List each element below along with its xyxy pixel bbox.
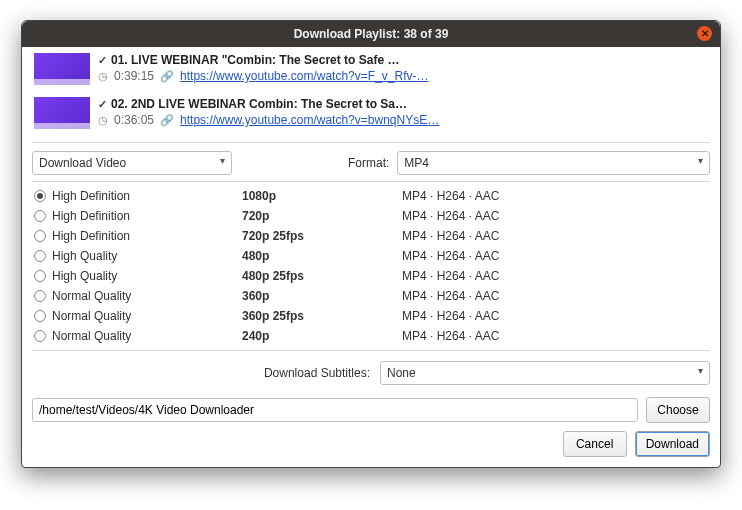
- radio-icon: [34, 270, 46, 282]
- quality-resolution: 360p 25fps: [242, 309, 402, 323]
- divider: [32, 142, 710, 143]
- subtitles-label: Download Subtitles:: [32, 366, 372, 380]
- download-button[interactable]: Download: [635, 431, 710, 457]
- format-dropdown[interactable]: MP4: [397, 151, 710, 175]
- video-meta: ✓02. 2ND LIVE WEBINAR Combin: The Secret…: [98, 97, 708, 129]
- quality-codec: MP4 · H264 · AAC: [402, 189, 708, 203]
- quality-resolution: 360p: [242, 289, 402, 303]
- subtitles-dropdown[interactable]: None: [380, 361, 710, 385]
- window-close-button[interactable]: ✕: [697, 26, 712, 41]
- top-controls-row: Download Video Format: MP4: [32, 151, 710, 175]
- subtitles-row: Download Subtitles: None: [32, 361, 710, 385]
- playlist-item[interactable]: ✓02. 2ND LIVE WEBINAR Combin: The Secret…: [32, 91, 710, 135]
- quality-tier: High Definition: [52, 189, 242, 203]
- quality-codec: MP4 · H264 · AAC: [402, 269, 708, 283]
- quality-option[interactable]: Normal Quality360pMP4 · H264 · AAC: [32, 286, 710, 306]
- close-icon: ✕: [701, 29, 709, 39]
- video-title: 02. 2ND LIVE WEBINAR Combin: The Secret …: [111, 97, 407, 111]
- quality-option[interactable]: High Quality480p 25fpsMP4 · H264 · AAC: [32, 266, 710, 286]
- quality-option[interactable]: High Definition720pMP4 · H264 · AAC: [32, 206, 710, 226]
- video-title: 01. LIVE WEBINAR "Combin: The Secret to …: [111, 53, 399, 67]
- quality-codec: MP4 · H264 · AAC: [402, 289, 708, 303]
- save-path-input[interactable]: [32, 398, 638, 422]
- radio-icon: [34, 290, 46, 302]
- clock-icon: ◷: [98, 70, 108, 83]
- radio-icon: [34, 330, 46, 342]
- quality-resolution: 720p 25fps: [242, 229, 402, 243]
- link-icon: 🔗: [160, 114, 174, 127]
- radio-icon: [34, 250, 46, 262]
- playlist-list: ✓01. LIVE WEBINAR "Combin: The Secret to…: [32, 47, 710, 136]
- quality-codec: MP4 · H264 · AAC: [402, 229, 708, 243]
- quality-codec: MP4 · H264 · AAC: [402, 329, 708, 343]
- quality-codec: MP4 · H264 · AAC: [402, 309, 708, 323]
- dialog-window: Download Playlist: 38 of 39 ✕ ✓01. LIVE …: [21, 20, 721, 468]
- radio-icon: [34, 210, 46, 222]
- checkmark-icon: ✓: [98, 54, 107, 67]
- quality-codec: MP4 · H264 · AAC: [402, 249, 708, 263]
- video-meta: ✓01. LIVE WEBINAR "Combin: The Secret to…: [98, 53, 708, 85]
- action-dropdown-value: Download Video: [39, 156, 126, 170]
- quality-tier: Normal Quality: [52, 309, 242, 323]
- save-path-row: Choose: [32, 397, 710, 423]
- quality-option[interactable]: High Definition1080pMP4 · H264 · AAC: [32, 186, 710, 206]
- quality-tier: High Quality: [52, 269, 242, 283]
- link-icon: 🔗: [160, 70, 174, 83]
- quality-tier: High Definition: [52, 209, 242, 223]
- choose-folder-button[interactable]: Choose: [646, 397, 710, 423]
- quality-resolution: 240p: [242, 329, 402, 343]
- dialog-actions: Cancel Download: [32, 431, 710, 457]
- quality-tier: High Quality: [52, 249, 242, 263]
- quality-tier: Normal Quality: [52, 289, 242, 303]
- video-thumbnail: [34, 53, 90, 85]
- playlist-item[interactable]: ✓01. LIVE WEBINAR "Combin: The Secret to…: [32, 47, 710, 91]
- quality-resolution: 480p 25fps: [242, 269, 402, 283]
- video-url-link[interactable]: https://www.youtube.com/watch?v=bwnqNYsE…: [180, 113, 439, 127]
- video-url-link[interactable]: https://www.youtube.com/watch?v=F_v_Rfv-…: [180, 69, 428, 83]
- content-area: ✓01. LIVE WEBINAR "Combin: The Secret to…: [22, 47, 720, 467]
- quality-option[interactable]: High Quality480pMP4 · H264 · AAC: [32, 246, 710, 266]
- quality-resolution: 720p: [242, 209, 402, 223]
- video-duration: 0:39:15: [114, 69, 154, 83]
- format-dropdown-value: MP4: [404, 156, 429, 170]
- window-title: Download Playlist: 38 of 39: [294, 27, 449, 41]
- radio-icon: [34, 190, 46, 202]
- format-label: Format:: [348, 156, 389, 170]
- quality-resolution: 480p: [242, 249, 402, 263]
- quality-list: High Definition1080pMP4 · H264 · AACHigh…: [32, 181, 710, 351]
- radio-icon: [34, 310, 46, 322]
- quality-resolution: 1080p: [242, 189, 402, 203]
- video-duration: 0:36:05: [114, 113, 154, 127]
- quality-option[interactable]: High Definition720p 25fpsMP4 · H264 · AA…: [32, 226, 710, 246]
- cancel-button[interactable]: Cancel: [563, 431, 627, 457]
- quality-option[interactable]: Normal Quality360p 25fpsMP4 · H264 · AAC: [32, 306, 710, 326]
- quality-option[interactable]: Normal Quality240pMP4 · H264 · AAC: [32, 326, 710, 346]
- clock-icon: ◷: [98, 114, 108, 127]
- action-dropdown[interactable]: Download Video: [32, 151, 232, 175]
- video-thumbnail: [34, 97, 90, 129]
- titlebar: Download Playlist: 38 of 39 ✕: [22, 21, 720, 47]
- radio-icon: [34, 230, 46, 242]
- checkmark-icon: ✓: [98, 98, 107, 111]
- quality-tier: Normal Quality: [52, 329, 242, 343]
- subtitles-dropdown-value: None: [387, 366, 416, 380]
- quality-tier: High Definition: [52, 229, 242, 243]
- quality-codec: MP4 · H264 · AAC: [402, 209, 708, 223]
